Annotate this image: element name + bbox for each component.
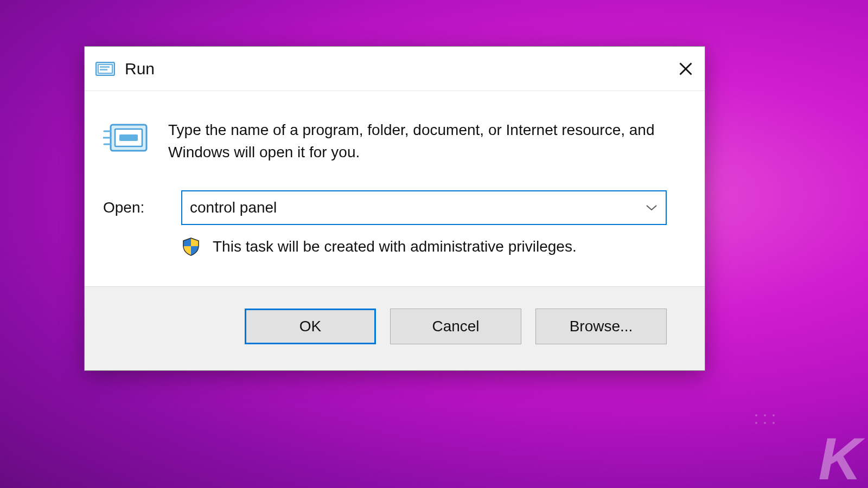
watermark-text: K bbox=[819, 435, 858, 483]
close-button[interactable] bbox=[667, 47, 705, 91]
browse-button[interactable]: Browse... bbox=[535, 309, 667, 344]
close-icon bbox=[678, 61, 693, 76]
run-dialog: Run Type the name of a program, folder, … bbox=[84, 46, 705, 371]
svg-rect-3 bbox=[100, 69, 107, 70]
admin-privileges-text: This task will be created with administr… bbox=[213, 238, 577, 255]
decorative-dots bbox=[755, 414, 776, 424]
open-combobox[interactable] bbox=[181, 190, 667, 225]
ok-button[interactable]: OK bbox=[245, 309, 376, 344]
instruction-text: Type the name of a program, folder, docu… bbox=[168, 118, 667, 163]
cancel-button[interactable]: Cancel bbox=[390, 309, 521, 344]
dialog-footer: OK Cancel Browse... bbox=[85, 286, 705, 370]
chevron-down-icon bbox=[646, 204, 658, 211]
open-label: Open: bbox=[101, 199, 165, 216]
svg-rect-8 bbox=[119, 134, 138, 141]
run-icon bbox=[101, 118, 153, 157]
uac-shield-icon bbox=[181, 237, 201, 256]
title-bar[interactable]: Run bbox=[85, 47, 705, 91]
open-input[interactable] bbox=[182, 191, 637, 224]
run-app-icon bbox=[95, 60, 117, 78]
svg-rect-2 bbox=[100, 66, 110, 68]
dialog-body: Type the name of a program, folder, docu… bbox=[85, 91, 705, 286]
open-dropdown-button[interactable] bbox=[637, 191, 666, 224]
dialog-title: Run bbox=[125, 60, 667, 78]
